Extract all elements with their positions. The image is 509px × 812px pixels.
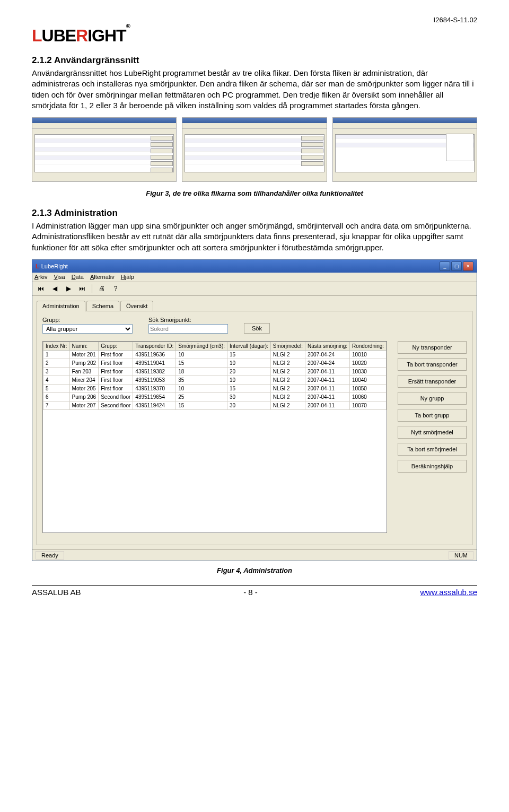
titlebar: L LubeRight _ ▢ ✕ [32,260,477,273]
close-button[interactable]: ✕ [463,261,473,271]
table-cell: 2007-04-24 [305,359,349,367]
page-footer: ASSALUB AB - 8 - www.assalub.se [32,585,477,597]
thumbnail-oversikt [332,117,477,182]
table-cell: Second floor [99,401,133,409]
table-cell: Motor 207 [69,401,99,409]
table-row[interactable]: 1Motor 201First floor43951196361015NLGI … [43,350,387,359]
column-header[interactable]: Index Nr: [43,342,70,350]
action-button[interactable]: Ta bort transponder [398,358,467,371]
footer-link[interactable]: www.assalub.se [420,588,477,597]
table-cell: First floor [99,359,133,367]
tab[interactable]: Översikt [120,301,153,311]
table-cell: NLGI 2 [270,359,305,367]
table-cell: 10040 [350,376,387,384]
section-heading-2: 2.1.3 Administration [32,208,477,219]
app-window: L LubeRight _ ▢ ✕ ArkivVisaDataAlternati… [32,259,477,561]
app-title: LubeRight [41,263,68,269]
figure4-caption: Figur 4, Administration [32,566,477,574]
table-cell: 4395119382 [133,367,176,376]
column-header[interactable]: Intervall (dagar): [227,342,271,350]
action-button[interactable]: Ta bort grupp [398,409,467,422]
table-cell: 2 [43,359,70,367]
table-cell: 4395119041 [133,359,176,367]
table-cell: 10010 [350,350,387,359]
thumbnail-admin [32,117,177,182]
logo: LUBERIGHT® [32,26,477,46]
column-header[interactable]: Nästa smörjning: [305,342,349,350]
toolbar-button[interactable]: ⏮ [36,283,46,294]
logo-r: R [76,26,87,45]
tab[interactable]: Schema [86,301,119,311]
toolbar: ⏮◀▶⏭🖨? [32,282,477,296]
column-header[interactable]: Smörjmängd (cm3): [176,342,227,350]
menu-item[interactable]: Alternativ [90,274,115,280]
tab[interactable]: Administration [37,301,85,311]
table-cell: 4395119370 [133,384,176,392]
data-grid[interactable]: Index Nr:Namn:Grupp:Transponder ID:Smörj… [42,341,387,533]
table-cell: 4395119654 [133,392,176,401]
table-cell: First floor [99,367,133,376]
table-row[interactable]: 5Motor 205First floor43951193701015NLGI … [43,384,387,392]
table-row[interactable]: 6Pump 206Second floor43951196542530NLGI … [43,392,387,401]
table-cell: NLGI 2 [270,401,305,409]
table-cell: 20 [227,367,271,376]
section-heading-1: 2.1.2 Användargränssnitt [32,55,477,66]
column-header[interactable]: Smörjmedel: [270,342,305,350]
menu-item[interactable]: Visa [54,274,65,280]
column-header[interactable]: Grupp: [99,342,133,350]
table-cell: First floor [99,384,133,392]
toolbar-button[interactable]: ◀ [49,283,60,294]
minimize-button[interactable]: _ [440,261,450,271]
group-select[interactable]: Alla grupper [42,324,133,334]
table-cell: NLGI 2 [270,384,305,392]
table-cell: 30 [227,392,271,401]
table-cell: 4 [43,376,70,384]
toolbar-button[interactable]: 🖨 [96,283,107,294]
thumbnail-row [32,117,477,182]
column-header[interactable]: Rondordning: [350,342,387,350]
table-cell: 3 [43,367,70,376]
table-cell: NLGI 2 [270,367,305,376]
maximize-button[interactable]: ▢ [451,261,462,271]
table-cell: 10 [176,350,227,359]
action-button[interactable]: Beräkningshjälp [398,460,467,473]
action-button[interactable]: Ta bort smörjmedel [398,443,467,456]
table-cell: NLGI 2 [270,392,305,401]
table-cell: 4395119636 [133,350,176,359]
action-button[interactable]: Nytt smörjmedel [398,426,467,439]
footer-left: ASSALUB AB [32,588,81,597]
logo-ube: UBE [42,26,76,45]
table-cell: 1 [43,350,70,359]
table-row[interactable]: 3Fan 203First floor43951193821820NLGI 22… [43,367,387,376]
table-row[interactable]: 7Motor 207Second floor43951194241530NLGI… [43,401,387,409]
search-button[interactable]: Sök [244,323,270,334]
logo-l: L [32,26,42,45]
menu-item[interactable]: Arkiv [34,274,47,280]
table-cell: First floor [99,350,133,359]
search-input[interactable] [148,324,228,334]
toolbar-button[interactable]: ▶ [63,283,74,294]
table-cell: 15 [176,359,227,367]
menu-item[interactable]: Data [72,274,84,280]
table-cell: 2007-04-11 [305,401,349,409]
table-cell: 10020 [350,359,387,367]
table-cell: 7 [43,401,70,409]
menu-item[interactable]: Hjälp [121,274,134,280]
document-id: I2684-S-11.02 [32,16,477,24]
table-cell: 25 [176,392,227,401]
logo-ight: IGHT [87,26,126,45]
action-button[interactable]: Ersätt transponder [398,375,467,388]
table-row[interactable]: 4Mixer 204First floor43951190533510NLGI … [43,376,387,384]
status-bar: Ready NUM [32,549,477,561]
toolbar-button[interactable]: ⏭ [77,283,87,294]
column-header[interactable]: Transponder ID: [133,342,176,350]
tab-content-admin: Grupp: Alla grupper Sök Smörjpunkt: Sök … [37,311,472,545]
column-header[interactable]: Namn: [69,342,99,350]
table-cell: 2007-04-11 [305,376,349,384]
table-row[interactable]: 2Pump 202First floor43951190411510NLGI 2… [43,359,387,367]
toolbar-button[interactable]: ? [110,283,121,294]
table-cell: 10030 [350,367,387,376]
action-button[interactable]: Ny grupp [398,392,467,405]
action-button[interactable]: Ny transponder [398,341,467,354]
table-cell: 15 [227,384,271,392]
